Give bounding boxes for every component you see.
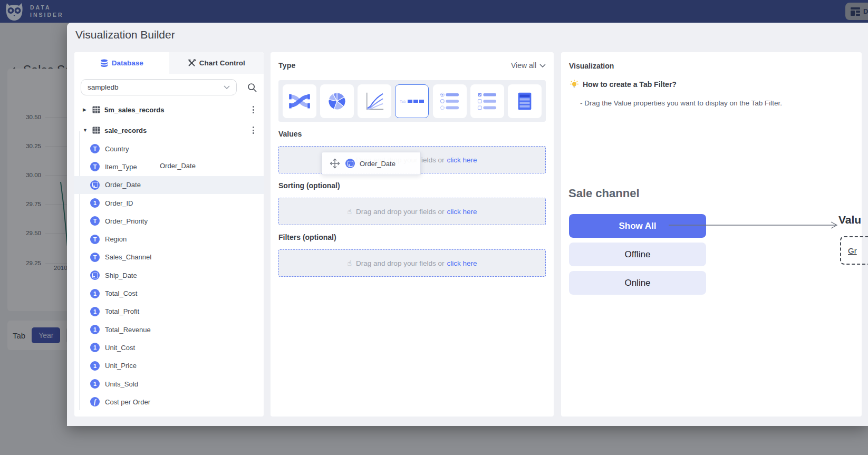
field-label: Total_Profit — [105, 307, 139, 315]
number-field-type-icon: 1 — [90, 198, 100, 208]
nav-button-label: D — [863, 7, 868, 15]
filters-dropzone[interactable]: ☝ Drag and drop your fields or click her… — [278, 249, 546, 277]
text-field-type-icon: T — [90, 216, 100, 226]
annotation-arrow — [669, 221, 843, 229]
svg-text:Tab: Tab — [400, 100, 406, 103]
visualization-builder-modal: Visualization Builder Order_Date Databas… — [67, 23, 868, 426]
field-label: Country — [105, 145, 129, 153]
drag-hand-icon: ☝ — [348, 259, 352, 267]
drag-ghost-card: Order_Date — [322, 152, 421, 175]
annotation-group-box: Gr — [840, 236, 868, 265]
chart-type-strip: Tab — [278, 80, 546, 122]
number-field-type-icon: 1 — [90, 307, 100, 316]
field-item-order-id[interactable]: 1Order_ID — [74, 194, 264, 212]
ghost-field-label: Order_Date — [360, 160, 396, 168]
brand-name: DATA INSIDER — [30, 4, 64, 18]
field-item-total-cost[interactable]: 1Total_Cost — [74, 284, 264, 302]
field-item-sales-channel[interactable]: TSales_Channel — [74, 248, 264, 266]
field-label: Unit_Cost — [105, 344, 135, 352]
tab-chart-control-label: Chart Control — [199, 59, 245, 67]
field-item-unit-cost[interactable]: 1Unit_Cost — [74, 338, 264, 356]
drag-hand-icon: ☝ — [348, 207, 352, 216]
chart-type-pie[interactable] — [320, 84, 354, 118]
type-section-label: Type — [278, 61, 295, 70]
field-label: Order_ID — [105, 199, 133, 207]
database-icon — [100, 59, 108, 67]
field-item-order-priority[interactable]: TOrder_Priority — [74, 212, 264, 230]
click-here-link[interactable]: click here — [447, 259, 477, 267]
field-item-item-type[interactable]: TItem_Type — [74, 158, 264, 176]
field-item-units-sold[interactable]: 1Units_Sold — [74, 375, 264, 393]
field-label: Item_Type — [105, 163, 137, 171]
chevron-down-icon — [224, 85, 230, 89]
table-label: sale_records — [104, 127, 147, 134]
sorting-dropzone[interactable]: ☝ Drag and drop your fields or click her… — [278, 198, 546, 225]
number-field-type-icon: 1 — [90, 343, 100, 352]
chart-type-checkbox-list[interactable] — [470, 84, 504, 118]
hint-body: - Drag the Value properties you want to … — [580, 99, 782, 107]
database-select[interactable]: sampledb — [81, 79, 237, 95]
filters-section-label: Filters (optional) — [278, 233, 336, 241]
field-label: Total_Revenue — [105, 326, 151, 334]
hint-row: How to create a Tab Filter? — [570, 80, 677, 89]
field-label: Sales_Channel — [105, 253, 151, 261]
field-item-country[interactable]: TCountry — [74, 140, 264, 158]
table-item-sale-records[interactable]: ▼ sale_records — [74, 121, 264, 139]
dropzone-placeholder: Drag and drop your fields or — [356, 208, 444, 216]
kebab-menu-icon[interactable] — [253, 106, 254, 113]
caret-right-icon[interactable]: ▶ — [83, 107, 89, 112]
calendar-field-type-icon — [90, 180, 100, 190]
chart-type-sankey[interactable] — [283, 84, 316, 118]
click-here-link[interactable]: click here — [447, 156, 477, 164]
chevron-down-icon — [539, 64, 546, 67]
field-item-total-revenue[interactable]: 1Total_Revenue — [74, 321, 264, 338]
screen: DATA INSIDER D Sales Sa 30.5030.2530.002… — [0, 0, 868, 455]
field-item-ship-date[interactable]: Ship_Date — [74, 266, 264, 284]
option-offline[interactable]: Offline — [569, 243, 706, 266]
field-label: Total_Cost — [105, 289, 137, 297]
tab-database[interactable]: Database — [74, 52, 169, 74]
field-label: Unit_Price — [105, 362, 137, 370]
field-label: Region — [105, 235, 127, 243]
dashboard-nav-button[interactable]: D — [845, 3, 868, 20]
text-field-type-icon: T — [90, 162, 100, 171]
chart-type-tab-filter[interactable]: Tab — [395, 84, 429, 118]
annotation-value-label: Valu — [838, 214, 861, 226]
view-all-label: View all — [511, 61, 536, 70]
text-field-type-icon: T — [90, 144, 100, 153]
field-item-region[interactable]: TRegion — [74, 230, 264, 248]
chart-type-radio-list[interactable] — [433, 84, 467, 118]
click-here-link[interactable]: click here — [447, 208, 477, 216]
search-icon[interactable] — [247, 82, 257, 95]
field-label: Units_Sold — [105, 380, 138, 388]
chart-type-table[interactable] — [508, 84, 542, 118]
hint-title: How to create a Tab Filter? — [583, 80, 677, 89]
table-icon — [92, 106, 100, 113]
builder-panel: Type View all — [271, 52, 554, 417]
field-label: Order_Priority — [105, 217, 148, 225]
move-icon — [329, 158, 341, 169]
view-all-dropdown[interactable]: View all — [511, 61, 546, 70]
caret-down-icon[interactable]: ▼ — [83, 128, 89, 133]
number-field-type-icon: 1 — [90, 289, 100, 298]
option-online[interactable]: Online — [569, 271, 706, 295]
database-select-value: sampledb — [88, 83, 119, 91]
modal-title: Visualization Builder — [75, 28, 175, 41]
visualization-panel: Visualization How to create a Tab Filter… — [561, 52, 862, 417]
chart-type-line[interactable] — [358, 84, 391, 118]
top-nav: DATA INSIDER D — [0, 0, 868, 23]
field-item-order-date[interactable]: Order_Date — [74, 176, 264, 194]
field-item-unit-price[interactable]: 1Unit_Price — [74, 357, 264, 375]
field-list: TCountryTItem_TypeOrder_Date1Order_IDTOr… — [74, 140, 264, 411]
annotation-group-label: Gr — [848, 246, 857, 255]
field-item-total-profit[interactable]: 1Total_Profit — [74, 303, 264, 321]
table-icon — [92, 127, 100, 134]
function-field-type-icon: f — [90, 397, 100, 406]
table-item-5m-sales-records[interactable]: ▶ 5m_sales_records — [74, 101, 264, 119]
database-panel: Database Chart Control sampledb — [74, 52, 264, 417]
field-label: Ship_Date — [105, 272, 137, 279]
field-item-cost-per-order[interactable]: fCost per Order — [74, 393, 264, 411]
kebab-menu-icon[interactable] — [253, 127, 254, 134]
tab-chart-control[interactable]: Chart Control — [169, 52, 264, 74]
owl-logo-icon — [5, 2, 23, 23]
